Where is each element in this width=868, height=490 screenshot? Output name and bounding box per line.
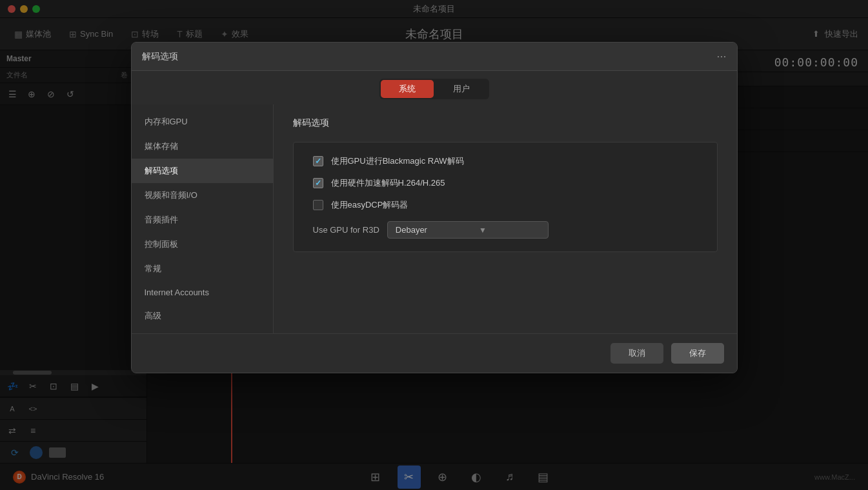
sidebar-item-memory-gpu[interactable]: 内存和GPU <box>132 110 273 134</box>
option-label-2: 使用硬件加速解码H.264/H.265 <box>331 177 445 189</box>
sidebar-item-audio-plugins[interactable]: 音频插件 <box>132 208 273 232</box>
modal-overlay: 解码选项 ··· 系统 用户 内存和GPU 媒体存储 解码选项 视频和音频I/O… <box>0 0 868 490</box>
gpu-r3d-label: Use GPU for R3D <box>313 225 379 235</box>
option-row-1: ✓ 使用GPU进行Blackmagic RAW解码 <box>313 155 698 167</box>
tab-system[interactable]: 系统 <box>381 80 434 98</box>
checkbox-hw-accel[interactable]: ✓ <box>313 178 323 188</box>
option-label-1: 使用GPU进行Blackmagic RAW解码 <box>331 155 464 167</box>
tab-group: 系统 用户 <box>379 79 489 99</box>
modal-header: 解码选项 ··· <box>132 43 737 71</box>
sidebar-item-video-audio-io[interactable]: 视频和音频I/O <box>132 183 273 208</box>
sidebar-item-media-storage[interactable]: 媒体存储 <box>132 134 273 159</box>
check-mark-1: ✓ <box>315 157 321 166</box>
modal-title: 解码选项 <box>142 51 178 63</box>
sidebar-item-general[interactable]: 常规 <box>132 257 273 281</box>
gpu-select-dropdown[interactable]: Debayer ▼ <box>387 221 549 239</box>
modal-more-button[interactable]: ··· <box>716 50 726 63</box>
modal-content: 解码选项 ✓ 使用GPU进行Blackmagic RAW解码 ✓ <box>274 104 737 333</box>
dropdown-arrow-icon: ▼ <box>479 226 487 235</box>
tab-user[interactable]: 用户 <box>435 80 488 98</box>
option-label-3: 使用easyDCP解码器 <box>331 199 409 211</box>
modal-dialog: 解码选项 ··· 系统 用户 内存和GPU 媒体存储 解码选项 视频和音频I/O… <box>131 42 738 373</box>
modal-tabs: 系统 用户 <box>132 71 737 104</box>
modal-footer: 取消 保存 <box>132 333 737 373</box>
decode-options-box: ✓ 使用GPU进行Blackmagic RAW解码 ✓ 使用硬件加速解码H.26… <box>293 142 718 252</box>
checkbox-easydcp[interactable] <box>313 200 323 210</box>
gpu-select-value: Debayer <box>396 225 427 235</box>
section-title: 解码选项 <box>293 117 718 129</box>
modal-sidebar: 内存和GPU 媒体存储 解码选项 视频和音频I/O 音频插件 控制面板 常规 I… <box>132 104 274 333</box>
sidebar-item-advanced[interactable]: 高级 <box>132 304 273 328</box>
gpu-r3d-row: Use GPU for R3D Debayer ▼ <box>313 221 698 239</box>
sidebar-item-control-panel[interactable]: 控制面板 <box>132 232 273 257</box>
save-button[interactable]: 保存 <box>671 343 724 364</box>
sidebar-item-internet-accounts[interactable]: Internet Accounts <box>132 281 273 304</box>
checkbox-gpu-blackmagic[interactable]: ✓ <box>313 156 323 166</box>
check-mark-2: ✓ <box>315 179 321 188</box>
option-row-2: ✓ 使用硬件加速解码H.264/H.265 <box>313 177 698 189</box>
modal-body: 内存和GPU 媒体存储 解码选项 视频和音频I/O 音频插件 控制面板 常规 I… <box>132 104 737 333</box>
sidebar-item-decode-options[interactable]: 解码选项 <box>132 159 273 183</box>
option-row-3: 使用easyDCP解码器 <box>313 199 698 211</box>
cancel-button[interactable]: 取消 <box>611 343 663 364</box>
